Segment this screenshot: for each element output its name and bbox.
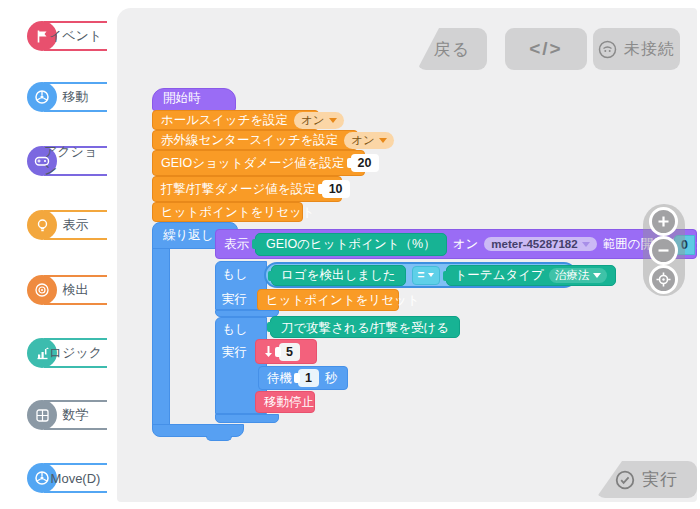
block-label: ヒットポイントをリセット (266, 292, 420, 309)
block-label: 待機 (267, 370, 292, 387)
sidebar-item-label: 数学 (44, 400, 107, 430)
do-label: 実行 (222, 291, 247, 308)
sidebar-item-label: 表示 (44, 210, 107, 240)
ir-switch-dropdown[interactable]: オン (344, 132, 394, 149)
block-on-start[interactable]: 開始時 (152, 88, 236, 111)
repeat-bottom-notch (206, 436, 232, 441)
reporter-logo-detected[interactable]: ロゴを検出しました (271, 265, 406, 286)
dropdown-value: 治療法 (555, 268, 590, 283)
block-label: 繰り返し (163, 227, 214, 244)
zoom-reset-button[interactable] (649, 265, 678, 294)
block-set-shot-damage[interactable]: GEIOショットダメージ値を設定 20 (152, 150, 365, 176)
run-button-label: 実行 (642, 468, 678, 491)
sidebar-item-math[interactable]: 数学 (0, 392, 117, 438)
dropdown-arrow-icon (379, 138, 387, 143)
block-reset-hitpoints-2[interactable]: ヒットポイントをリセット (257, 289, 399, 311)
block-label: 表示 (224, 236, 249, 253)
zoom-controls (643, 204, 685, 296)
block-set-hall-switch[interactable]: ホールスイッチを設定 オン (152, 110, 319, 130)
reporter-geio-hitpoint[interactable]: GEIOのヒットポイント（%） (255, 233, 447, 256)
hit-damage-input[interactable]: 10 (322, 180, 350, 198)
boolean-condition-1[interactable]: ロゴを検出しました = トーテムタイプ 治療法 (264, 262, 577, 288)
dropdown-arrow-icon (329, 118, 337, 123)
wait-value-input[interactable]: 1 (298, 369, 319, 387)
zoom-out-button[interactable] (649, 236, 678, 265)
block-label: GEIOショットダメージ値を設定 (161, 155, 345, 172)
dropdown-arrow-icon (428, 273, 434, 277)
robot-icon (598, 40, 617, 59)
meter-dropdown[interactable]: meter-45287182 (484, 237, 596, 251)
minus-icon (657, 244, 670, 257)
block-label: 赤外線センタースイッチを設定 (161, 132, 338, 149)
dropdown-value: オン (301, 113, 325, 128)
sidebar-item-action[interactable]: アクション (0, 138, 117, 184)
dropdown-arrow-icon (582, 242, 590, 247)
hall-switch-dropdown[interactable]: オン (294, 112, 344, 129)
app-window: イベント 移動 アクション 表示 検出 (0, 0, 700, 509)
shot-damage-input[interactable]: 20 (351, 154, 379, 172)
reporter-sword-attacked[interactable]: 刀で攻撃される/打撃を受ける (270, 316, 460, 338)
block-label: ホールスイッチを設定 (161, 112, 288, 129)
if1-bottom-arm (215, 310, 279, 317)
repeat-left-arm (152, 248, 170, 425)
if-label: もし (222, 266, 248, 283)
check-circle-icon (615, 470, 635, 490)
sidebar-item-label: 検出 (44, 275, 107, 305)
dropdown-value: meter-45287182 (491, 238, 577, 250)
sidebar-item-move-d[interactable]: Move(D) (0, 455, 117, 501)
sidebar-item-logic[interactable]: ロジック (0, 330, 117, 376)
sidebar-item-label: 移動 (44, 82, 107, 112)
target-icon (656, 272, 671, 287)
dropdown-value: オン (351, 133, 375, 148)
block-decrease-hitpoint[interactable]: 5 (255, 339, 317, 364)
reporter-label: トーテムタイプ (455, 267, 544, 284)
sidebar-item-detect[interactable]: 検出 (0, 267, 117, 313)
block-stop-moving[interactable]: 移動停止 (255, 391, 315, 413)
dropdown-arrow-icon (593, 273, 601, 278)
operator-value: = (418, 268, 425, 282)
unit-label: 秒 (325, 370, 338, 387)
back-button-label: 戻る (434, 38, 470, 61)
sidebar-item-event[interactable]: イベント (0, 13, 117, 59)
if2-bottom-arm (215, 414, 279, 423)
block-label: 打撃/打撃ダメージ値を設定 (161, 181, 316, 198)
sidebar-item-label: ロジック (44, 338, 107, 368)
sidebar-item-display[interactable]: 表示 (0, 202, 117, 248)
block-label: ヒットポイントをリセット (161, 204, 315, 221)
block-palette-sidebar: イベント 移動 アクション 表示 検出 (0, 0, 117, 509)
totem-type-dropdown[interactable]: 治療法 (549, 268, 608, 283)
code-view-button[interactable]: </> (505, 28, 587, 70)
down-arrow-icon (264, 345, 273, 358)
zoom-in-button[interactable] (649, 207, 678, 236)
block-display-meter[interactable]: 表示 GEIOのヒットポイント（%） オン meter-45287182 範囲の… (215, 229, 697, 259)
operator-dropdown[interactable]: = (412, 266, 440, 285)
block-reset-hitpoints[interactable]: ヒットポイントをリセット (152, 202, 303, 222)
block-set-hit-damage[interactable]: 打撃/打撃ダメージ値を設定 10 (152, 176, 342, 202)
sidebar-item-label: イベント (44, 21, 107, 51)
range-label-cut: 最 (696, 236, 700, 253)
reporter-totem-type[interactable]: トーテムタイプ 治療法 (446, 265, 617, 286)
sidebar-item-label: Move(D) (44, 463, 107, 493)
plus-icon (657, 215, 670, 228)
code-button-label: </> (529, 38, 562, 60)
if-label: もし (222, 321, 248, 338)
sidebar-item-label: アクション (44, 146, 107, 176)
decrease-value-input[interactable]: 5 (279, 343, 300, 361)
on-label: オン (453, 236, 479, 253)
block-label: 開始時 (163, 90, 201, 107)
block-set-ir-switch[interactable]: 赤外線センタースイッチを設定 オン (152, 130, 358, 150)
do-label: 実行 (222, 344, 247, 361)
block-label: 移動停止 (264, 394, 314, 411)
connection-label: 未接続 (624, 39, 675, 60)
connection-status-button[interactable]: 未接続 (593, 28, 680, 70)
block-wait[interactable]: 待機 1 秒 (258, 366, 348, 390)
sidebar-item-move[interactable]: 移動 (0, 74, 117, 120)
